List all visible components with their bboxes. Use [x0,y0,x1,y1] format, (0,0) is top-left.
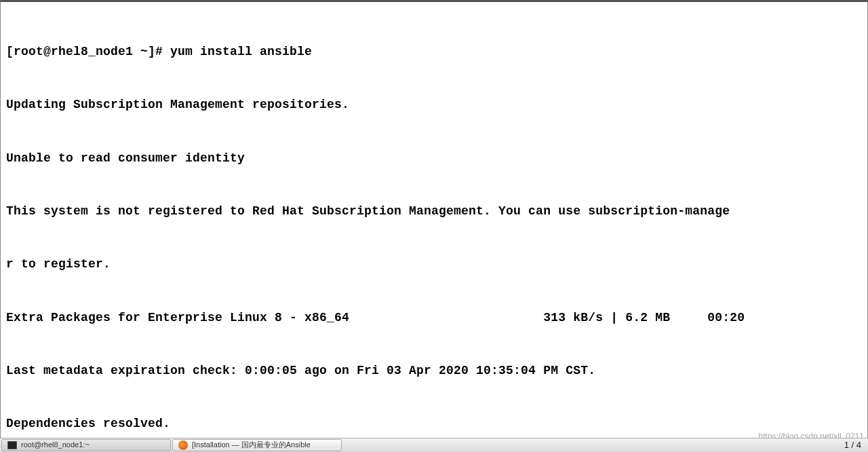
terminal-content[interactable]: [root@rhel8_node1 ~]# yum install ansibl… [6,7,862,438]
output-line: r to register. [6,255,862,273]
output-line: This system is not registered to Red Hat… [6,202,862,220]
prompt-line: [root@rhel8_node1 ~]# yum install ansibl… [6,43,862,60]
firefox-icon [178,440,188,450]
output-line: Last metadata expiration check: 0:00:05 … [6,362,862,379]
output-line: Updating Subscription Management reposit… [6,96,862,113]
taskbar: root@rhel8_node1:~ [Installation — 国内最专业… [0,438,868,452]
task-label: root@rhel8_node1:~ [21,440,90,451]
task-label: [Installation — 国内最专业的Ansible [192,440,311,451]
output-line: Dependencies resolved. [6,415,862,432]
taskbar-item-browser[interactable]: [Installation — 国内最专业的Ansible [172,439,342,451]
terminal-window: [root@rhel8_node1 ~]# yum install ansibl… [0,0,868,438]
output-line: Unable to read consumer identity [6,149,862,167]
output-line: Extra Packages for Enterprise Linux 8 - … [6,309,862,326]
taskbar-item-terminal[interactable]: root@rhel8_node1:~ [1,439,171,451]
terminal-icon [7,441,17,449]
task-counter: 1 / 4 [844,439,861,452]
